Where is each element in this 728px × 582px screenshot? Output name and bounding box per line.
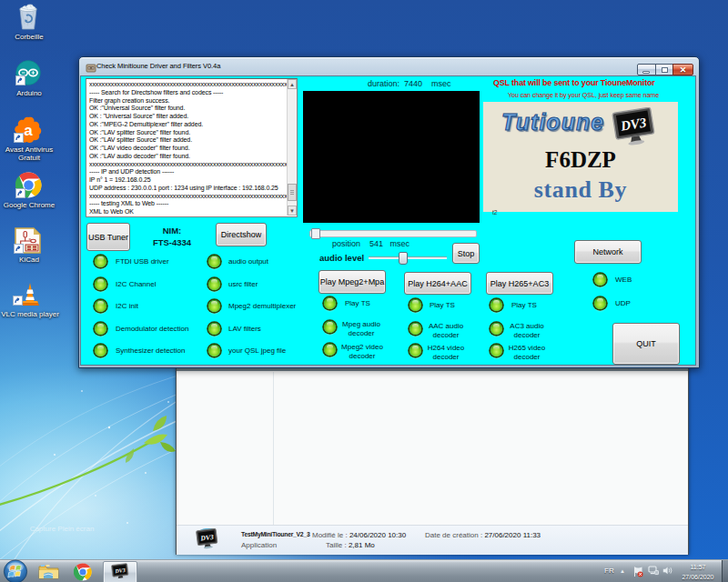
svg-text:a: a [24,122,33,139]
svg-text:DV3: DV3 [199,533,214,543]
